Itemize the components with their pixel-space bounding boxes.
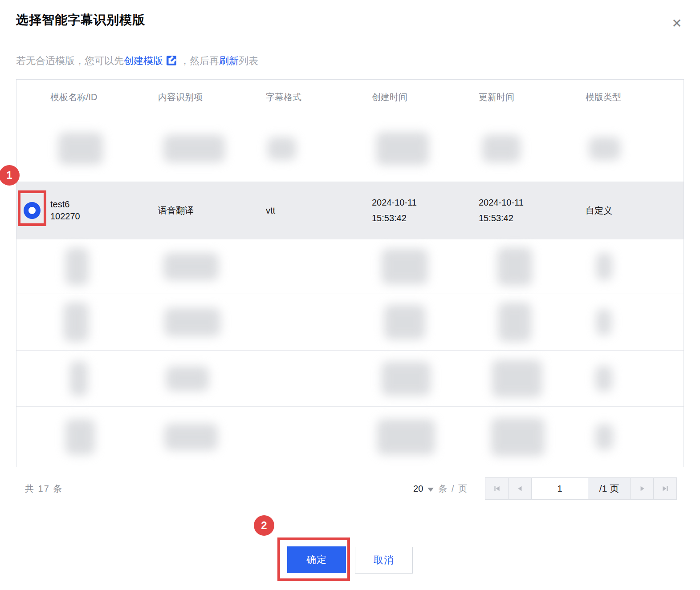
- cell-name-id: test6 102270: [48, 198, 155, 222]
- external-link-icon[interactable]: [166, 55, 177, 67]
- template-table: 模板名称/ID 内容识别项 字幕格式 创建时间 更新时间 模版类型 test6 …: [16, 79, 684, 467]
- last-page-button[interactable]: [653, 477, 677, 500]
- cell-recognition: 语音翻译: [155, 205, 263, 217]
- close-icon[interactable]: ✕: [667, 13, 687, 33]
- next-page-button[interactable]: [630, 477, 654, 500]
- updated-date: 2024-10-11: [479, 195, 583, 210]
- table-row-blurred[interactable]: [16, 115, 684, 182]
- page-total-label: /1 页: [588, 477, 631, 500]
- table-row-blurred[interactable]: [16, 294, 684, 350]
- first-page-button[interactable]: [485, 477, 509, 500]
- cell-format: vtt: [263, 205, 369, 217]
- last-page-icon: [661, 485, 669, 493]
- dialog-title: 选择智能字幕识别模版: [16, 12, 145, 28]
- first-page-icon: [493, 485, 501, 493]
- chevron-down-icon[interactable]: [427, 488, 434, 492]
- page-size-unit: 条 / 页: [438, 483, 468, 495]
- template-name: test6: [50, 198, 155, 210]
- cell-updated: 2024-10-11 15:53:42: [476, 195, 583, 226]
- page-size-select[interactable]: 20 条 / 页: [413, 483, 468, 495]
- page-size-value[interactable]: 20: [413, 484, 423, 494]
- updated-time: 15:53:42: [479, 210, 583, 226]
- table-footer: 共 17 条 20 条 / 页 /1 页: [16, 477, 684, 500]
- table-row-blurred[interactable]: [16, 350, 684, 406]
- step-1-highlight-box: [18, 190, 46, 226]
- header-created: 创建时间: [369, 91, 476, 103]
- notice-prefix: 若无合适模版，您可以先: [16, 54, 124, 68]
- header-format: 字幕格式: [263, 91, 369, 103]
- next-page-icon: [638, 485, 646, 493]
- table-header-row: 模板名称/ID 内容识别项 字幕格式 创建时间 更新时间 模版类型: [16, 80, 684, 115]
- table-row-selected[interactable]: test6 102270 语音翻译 vtt 2024-10-11 15:53:4…: [16, 182, 684, 239]
- created-time: 15:53:42: [372, 210, 476, 226]
- notice-suffix: 列表: [239, 54, 258, 68]
- table-row-blurred[interactable]: [16, 406, 684, 467]
- prev-page-icon: [516, 485, 524, 493]
- step-2-highlight-box: [277, 537, 350, 581]
- header-recognition: 内容识别项: [155, 91, 263, 103]
- prev-page-button[interactable]: [508, 477, 532, 500]
- total-count-label: 共 17 条: [25, 483, 63, 495]
- template-id: 102270: [50, 210, 155, 222]
- header-type: 模版类型: [583, 91, 684, 103]
- pagination-controls: /1 页: [485, 477, 677, 500]
- refresh-link[interactable]: 刷新: [219, 54, 239, 68]
- notice-line: 若无合适模版，您可以先创建模版，然后再刷新列表: [16, 54, 258, 68]
- table-row-blurred[interactable]: [16, 239, 684, 294]
- created-date: 2024-10-11: [372, 195, 476, 210]
- page-number-input[interactable]: [531, 477, 588, 500]
- create-template-link[interactable]: 创建模版: [124, 54, 163, 68]
- cell-type: 自定义: [583, 205, 684, 217]
- header-updated: 更新时间: [476, 91, 583, 103]
- step-1-badge: 1: [0, 165, 20, 186]
- cell-created: 2024-10-11 15:53:42: [369, 195, 476, 226]
- step-2-badge: 2: [254, 515, 274, 536]
- cancel-button[interactable]: 取消: [355, 547, 413, 574]
- notice-middle: ，然后再: [180, 54, 219, 68]
- header-name-id: 模板名称/ID: [48, 91, 155, 103]
